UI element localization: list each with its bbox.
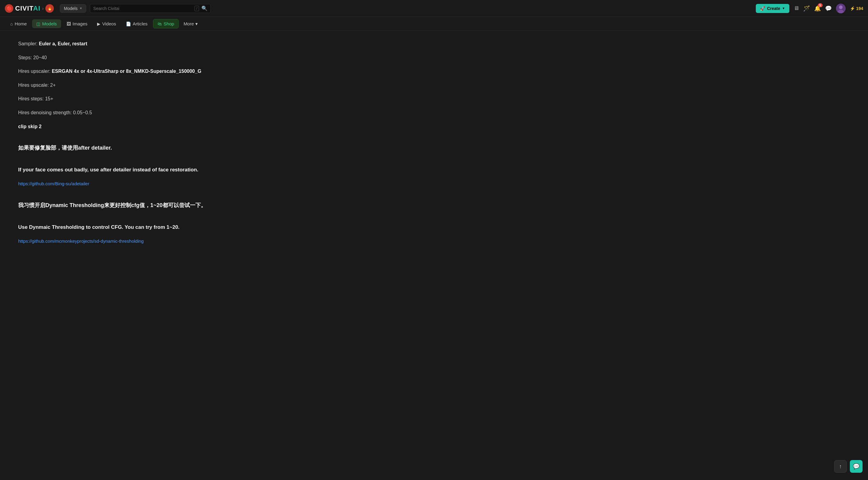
gap-2 [18,158,254,166]
hires-denoising-value: 0.05~0.5 [73,110,92,115]
search-icon[interactable]: 🔍 [202,5,208,11]
dynamic-threshold-link[interactable]: https://github.com/mcmonkeyprojects/sd-d… [18,238,144,244]
adetailer-link[interactable]: https://github.com/Bing-su/adetailer [18,181,89,186]
english-face-repair: If your face comes out badly, use after … [18,166,254,174]
nav-label-home: Home [14,21,27,26]
clip-skip-line: clip skip 2 [18,123,254,131]
dynamic-threshold-link-line: https://github.com/mcmonkeyprojects/sd-d… [18,237,254,245]
more-chevron-icon: ▾ [195,21,198,27]
sampler-line: Sampler: Euler a, Euler, restart [18,40,254,48]
breadcrumb-arrow: › [42,6,44,11]
search-shortcut-badge: / [194,6,199,11]
chinese-dt-text: 我习惯开启Dynamic Thresholding来更好控制cfg值，1~20都… [18,202,206,208]
magic-icon[interactable]: 🪄 [803,5,810,12]
dropdown-arrow-icon: ▼ [79,7,82,10]
models-dropdown-label: Models [64,6,78,11]
gap-3 [18,194,254,201]
steps-line: Steps: 20~40 [18,54,254,62]
nav-item-models[interactable]: ◫ Models [32,19,61,28]
create-label: Create [767,6,780,11]
avatar-image [836,4,846,13]
images-icon: 🖼 [66,22,71,26]
notification-badge: 5 [818,3,823,7]
hires-steps-value: 15+ [45,96,53,101]
points-value: 194 [856,6,863,11]
hires-steps-line: Hires steps: 15+ [18,95,254,103]
bolt-points: ⚡ 194 [850,6,863,11]
nav-item-more[interactable]: More ▾ [180,19,202,28]
main-content: Sampler: Euler a, Euler, restart Steps: … [0,31,272,260]
nav-label-more: More [184,21,194,26]
secondary-navigation: ⌂ Home ◫ Models 🖼 Images ▶ Videos 📄 Arti… [0,17,868,31]
chat-icon[interactable]: 💬 [825,5,832,12]
nav-label-models: Models [42,21,57,26]
steps-value: 20~40 [33,55,47,60]
search-input[interactable] [93,4,192,13]
top-navigation: 🔴 CIVITAI › 🔥 Models ▼ / 🔍 🚀 Create ▼ 🖥 … [0,0,868,17]
search-bar[interactable]: / 🔍 [90,4,211,13]
adetailer-link-line: https://github.com/Bing-su/adetailer [18,180,254,188]
nav-label-images: Images [72,21,87,26]
articles-icon: 📄 [126,22,131,26]
display-icon[interactable]: 🖥 [794,5,799,11]
nav-label-videos: Videos [102,21,116,26]
fire-icon: 🔥 [45,4,54,13]
gap-1 [18,136,254,143]
home-icon: ⌂ [10,22,13,26]
logo[interactable]: 🔴 CIVITAI › 🔥 [5,4,54,13]
scroll-top-icon: ↑ [839,463,842,470]
english-dynamic-threshold: Use Dynmaic Thresholding to control CFG.… [18,223,254,231]
nav-right-area: 🚀 Create ▼ 🖥 🪄 🔔 5 💬 ⚡ 194 [756,4,863,13]
nav-label-shop: Shop [164,21,174,26]
logo-text: CIVITAI [15,4,40,12]
create-button[interactable]: 🚀 Create ▼ [756,4,789,13]
bolt-icon: ⚡ [850,6,855,11]
create-chevron-icon: ▼ [782,7,785,10]
nav-item-articles[interactable]: 📄 Articles [122,19,152,28]
english-dt-text: Use Dynmaic Thresholding to control CFG.… [18,224,180,230]
nav-label-articles: Articles [133,21,148,26]
hires-upscaler-value: ESRGAN 4x or 4x-UltraSharp or 8x_NMKD-Su… [52,69,201,74]
nav-item-shop[interactable]: 🛍 Shop [153,19,179,28]
notification-icon[interactable]: 🔔 5 [814,5,821,12]
chat-float-icon: 💬 [853,463,860,470]
english-face-text: If your face comes out badly, use after … [18,167,198,172]
sampler-value: Euler a, Euler, restart [39,41,87,46]
clip-skip-value: clip skip 2 [18,124,41,129]
nav-item-images[interactable]: 🖼 Images [62,19,92,28]
models-dropdown[interactable]: Models ▼ [60,4,86,13]
svg-point-1 [839,5,843,9]
hires-upscale-line: Hires upscale: 2+ [18,81,254,89]
chinese-face-repair: 如果要修复脸部，请使用after detailer. [18,143,254,152]
logo-icon: 🔴 [5,4,13,13]
chat-float-button[interactable]: 💬 [850,460,863,473]
hires-upscaler-line: Hires upscaler: ESRGAN 4x or 4x-UltraSha… [18,67,254,75]
shop-icon: 🛍 [158,22,162,26]
gap-4 [18,216,254,223]
hires-upscale-value: 2+ [50,83,56,88]
chinese-face-text: 如果要修复脸部，请使用after detailer. [18,145,112,151]
nav-item-home[interactable]: ⌂ Home [6,19,31,28]
models-icon: ◫ [36,22,40,26]
hires-denoising-line: Hires denoising strength: 0.05~0.5 [18,109,254,117]
nav-item-videos[interactable]: ▶ Videos [93,19,120,28]
videos-icon: ▶ [97,22,100,26]
user-avatar[interactable] [836,4,846,13]
scroll-to-top-button[interactable]: ↑ [834,460,847,473]
create-rocket-icon: 🚀 [760,6,765,11]
chinese-dynamic-threshold: 我习惯开启Dynamic Thresholding来更好控制cfg值，1~20都… [18,201,254,210]
